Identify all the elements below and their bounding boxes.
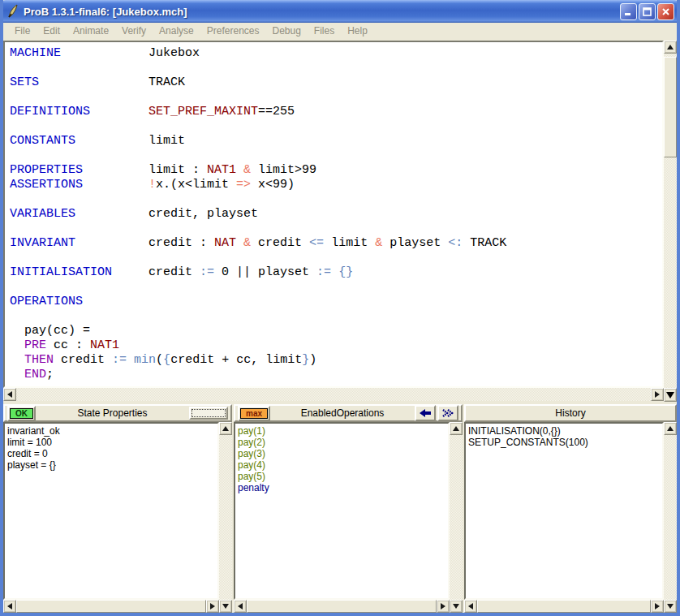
scroll-left-button[interactable] [3, 600, 16, 613]
menu-item-edit[interactable]: Edit [37, 24, 67, 38]
scroll-up-button[interactable] [664, 41, 677, 54]
ok-badge: OK [10, 408, 33, 419]
horizontal-scroll-thumb[interactable] [16, 600, 206, 613]
editor-text: MACHINE Jukebox SETS TRACK DEFINITIONS S… [5, 42, 662, 382]
minimize-button[interactable] [620, 3, 637, 20]
scroll-left-button[interactable] [234, 600, 247, 613]
list-item[interactable]: penalty [238, 482, 448, 493]
scroll-right-button[interactable] [651, 388, 664, 401]
menu-item-verify[interactable]: Verify [115, 24, 153, 38]
editor-line [10, 280, 662, 295]
random-step-button[interactable] [437, 405, 458, 421]
list-item[interactable]: INITIALISATION(0,{}) [468, 425, 662, 437]
max-badge: max [240, 408, 268, 419]
editor-line: VARIABLES credit, playset [10, 207, 662, 222]
menu-item-help[interactable]: Help [341, 24, 374, 38]
editor-line: INVARIANT credit : NAT & credit <= limit… [10, 236, 662, 251]
menu-item-files[interactable]: Files [308, 24, 341, 38]
window-title: ProB 1.3.1-final6: [Jukebox.mch] [24, 6, 187, 18]
list-item[interactable]: pay(5) [238, 471, 448, 482]
scroll-left-icon [238, 603, 243, 610]
editor-line [10, 192, 662, 207]
list-item[interactable]: pay(2) [238, 437, 448, 448]
list-item[interactable]: playset = {} [7, 459, 217, 471]
menu-item-animate[interactable]: Animate [67, 24, 115, 38]
scroll-right-button[interactable] [206, 600, 219, 613]
prob-window: { "window": { "title": "ProB 1.3.1-final… [0, 0, 680, 616]
backtrack-button[interactable] [415, 405, 436, 421]
state-properties-pane: OK State Properties invariant_oklimit = … [3, 403, 232, 613]
editor-vertical-scrollbar[interactable] [664, 41, 677, 388]
scroll-down-button[interactable] [664, 388, 677, 402]
editor-line: PROPERTIES limit : NAT1 & limit>99 [10, 163, 662, 178]
state-properties-vertical-scrollbar[interactable] [219, 422, 232, 600]
scroll-up-button[interactable] [450, 422, 463, 435]
dotted-button[interactable] [189, 407, 228, 420]
editor-line [10, 119, 662, 134]
scroll-left-button[interactable] [464, 600, 477, 613]
editor-horizontal-scrollbar[interactable] [3, 388, 664, 402]
editor-line: PRE cc : NAT1 [10, 338, 662, 353]
title-bar[interactable]: ProB 1.3.1-final6: [Jukebox.mch] [0, 0, 680, 23]
scroll-down-button[interactable] [219, 600, 232, 613]
editor-line [10, 61, 662, 75]
menu-item-preferences[interactable]: Preferences [200, 24, 266, 38]
menu-item-debug[interactable]: Debug [265, 24, 307, 38]
minimize-icon [624, 7, 633, 16]
history-list[interactable]: INITIALISATION(0,{})SETUP_CONSTANTS(100) [464, 422, 664, 600]
scroll-left-button[interactable] [3, 388, 16, 401]
list-item[interactable]: pay(1) [238, 425, 448, 437]
scroll-up-button[interactable] [219, 422, 232, 435]
scroll-down-icon [667, 604, 674, 609]
list-item[interactable]: SETUP_CONSTANTS(100) [468, 437, 662, 448]
horizontal-scroll-trough[interactable] [16, 388, 651, 401]
menu-bar: FileEditAnimateVerifyAnalysePreferencesD… [3, 23, 677, 39]
enabled-operations-pane: max EnabledOperations pay(1)pay(2)pay(3)… [234, 403, 463, 613]
horizontal-scroll-thumb[interactable] [477, 600, 651, 613]
max-button[interactable]: max [238, 406, 270, 421]
enabled-operations-header: max EnabledOperations [234, 404, 463, 422]
close-button[interactable] [657, 3, 674, 20]
state-properties-title: State Properties [37, 407, 188, 419]
vertical-scroll-thumb[interactable] [664, 57, 677, 157]
editor-line: ASSERTIONS !x.(x<limit => x<99) [10, 178, 662, 192]
enabled-operations-vertical-scrollbar[interactable] [450, 422, 463, 600]
editor-line: INITIALISATION credit := 0 || playset :=… [10, 265, 662, 280]
list-item[interactable]: credit = 0 [7, 448, 217, 459]
editor-line [10, 309, 662, 324]
scroll-down-button[interactable] [450, 600, 463, 613]
invariant-ok-button[interactable]: OK [7, 406, 36, 421]
close-icon [661, 7, 670, 16]
list-item[interactable]: pay(3) [238, 448, 448, 459]
menu-item-file[interactable]: File [8, 24, 37, 38]
history-horizontal-scrollbar[interactable] [464, 600, 664, 613]
maximize-button[interactable] [639, 3, 656, 20]
scroll-up-icon [453, 426, 459, 431]
menu-item-analyse[interactable]: Analyse [153, 24, 200, 38]
scroll-right-icon [655, 603, 660, 610]
enabled-operations-horizontal-scrollbar[interactable] [234, 600, 450, 613]
scroll-down-button[interactable] [664, 600, 677, 613]
dotted-icon [192, 409, 226, 417]
scroll-up-icon [667, 45, 674, 50]
scroll-up-button[interactable] [664, 422, 677, 435]
scroll-left-icon [468, 603, 473, 610]
history-pane: History INITIALISATION(0,{})SETUP_CONSTA… [464, 403, 677, 613]
state-properties-list[interactable]: invariant_oklimit = 100credit = 0playset… [3, 422, 219, 600]
editor-line: pay(cc) = [10, 324, 662, 338]
history-title: History [467, 407, 674, 419]
random-step-arrow-icon [440, 407, 456, 419]
editor-line: DEFINITIONS SET_PREF_MAXINT==255 [10, 105, 662, 119]
list-item[interactable]: pay(4) [238, 459, 448, 471]
scroll-right-button[interactable] [437, 600, 450, 613]
horizontal-scroll-thumb[interactable] [247, 600, 437, 613]
list-item[interactable]: invariant_ok [7, 425, 217, 437]
history-vertical-scrollbar[interactable] [664, 422, 677, 600]
list-item[interactable]: limit = 100 [7, 437, 217, 448]
editor-line: MACHINE Jukebox [10, 46, 662, 61]
state-properties-horizontal-scrollbar[interactable] [3, 600, 219, 613]
enabled-operations-list[interactable]: pay(1)pay(2)pay(3)pay(4)pay(5)penalty [234, 422, 450, 600]
source-editor[interactable]: MACHINE Jukebox SETS TRACK DEFINITIONS S… [3, 41, 664, 388]
scroll-down-icon [666, 392, 674, 398]
scroll-right-button[interactable] [651, 600, 664, 613]
